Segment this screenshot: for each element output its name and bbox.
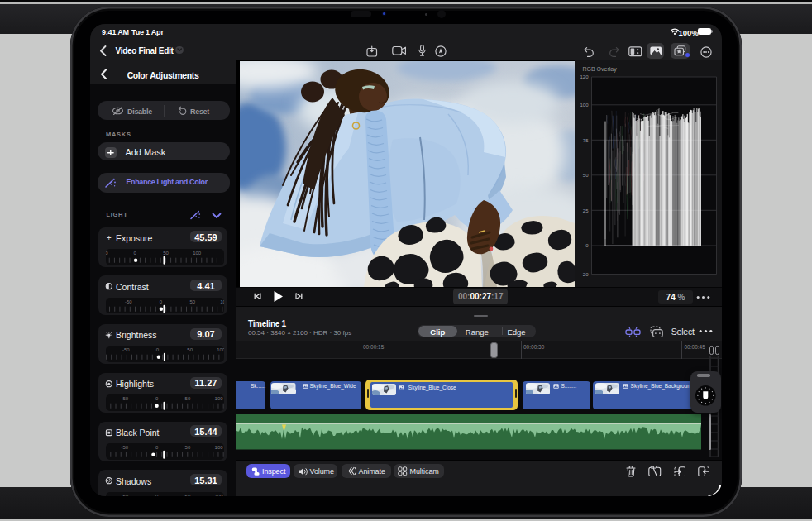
svg-text:±: ± (107, 233, 112, 242)
svg-text:100: 100 (220, 299, 224, 304)
svg-text:50: 50 (184, 445, 190, 450)
svg-text:75: 75 (582, 138, 588, 143)
svg-text:50: 50 (163, 251, 169, 256)
svg-text:100: 100 (214, 493, 223, 496)
svg-text:50: 50 (582, 173, 588, 178)
svg-text:100: 100 (217, 347, 224, 352)
svg-text:25: 25 (582, 208, 588, 213)
svg-text:50: 50 (184, 493, 190, 496)
svg-text:-50: -50 (125, 299, 132, 304)
svg-text:100: 100 (214, 445, 223, 450)
svg-text:100: 100 (193, 251, 202, 256)
svg-text:-50: -50 (122, 347, 130, 352)
svg-text:120: 120 (580, 74, 589, 79)
svg-text:100: 100 (214, 396, 223, 401)
svg-text:-50: -50 (121, 396, 128, 401)
svg-text:-50: -50 (121, 445, 128, 450)
svg-text:-20: -20 (580, 272, 588, 277)
svg-text:50: 50 (184, 396, 190, 401)
svg-text:100: 100 (580, 103, 589, 108)
svg-text:50: 50 (189, 299, 195, 304)
svg-text:50: 50 (187, 347, 193, 352)
svg-text:RGB Overlay: RGB Overlay (582, 66, 617, 73)
svg-text:-50: -50 (121, 493, 128, 496)
